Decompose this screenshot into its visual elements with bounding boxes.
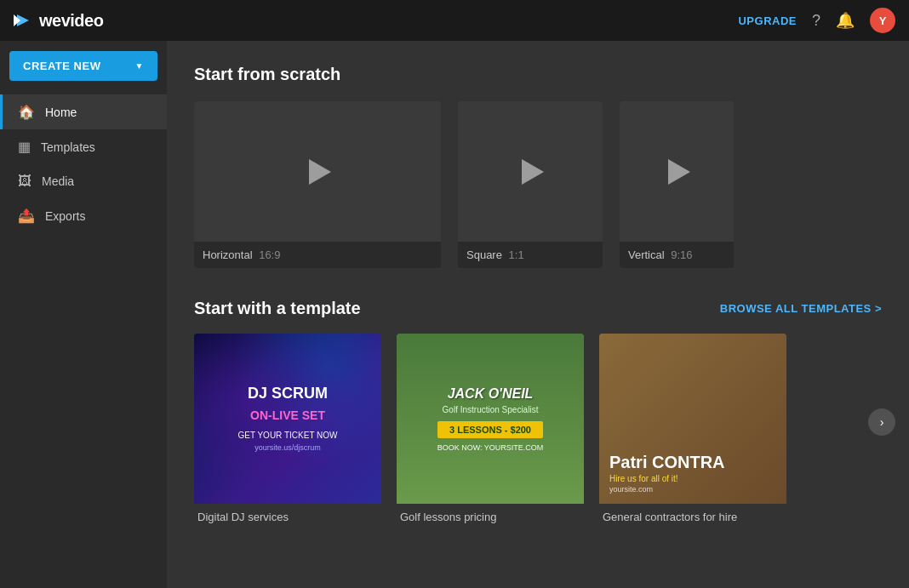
sidebar-item-media[interactable]: 🖼 Media: [0, 164, 167, 198]
golf-promo: 3 LESSONS - $200: [437, 421, 544, 438]
template-thumb-golf: JACK O'NEIL Golf Instruction Specialist …: [397, 334, 584, 504]
sidebar: CREATE NEW ▼ 🏠 Home ▦ Templates 🖼 Media …: [0, 41, 167, 588]
template-thumb-contractor: Patri CONTRA Hire us for all of it! your…: [599, 334, 786, 504]
scratch-thumb-vertical: [620, 101, 734, 242]
sidebar-item-label: Templates: [41, 140, 95, 154]
dj-cta: GET YOUR TICKET NOW: [237, 431, 337, 440]
contractor-url: yoursite.com: [609, 485, 653, 494]
navbar-right: UPGRADE ? 🔔 Y: [738, 8, 895, 33]
sidebar-item-label: Home: [45, 106, 77, 119]
media-icon: 🖼: [18, 174, 31, 189]
sidebar-nav: 🏠 Home ▦ Templates 🖼 Media 📤 Exports: [0, 94, 167, 233]
template-card-dj[interactable]: DJ SCRUM ON-LIVE SET GET YOUR TICKET NOW…: [194, 334, 381, 530]
dj-title: DJ SCRUM: [237, 385, 337, 402]
help-icon[interactable]: ?: [812, 12, 820, 30]
sidebar-item-templates[interactable]: ▦ Templates: [0, 129, 167, 164]
scratch-card-horizontal[interactable]: Horizontal 16:9: [194, 101, 441, 268]
scratch-label-horizontal: Horizontal 16:9: [194, 242, 441, 268]
contractor-name: Patri CONTRA: [609, 454, 725, 471]
scratch-label-vertical: Vertical 9:16: [620, 242, 734, 268]
logo-text: wevideo: [39, 11, 103, 31]
scratch-card-square[interactable]: Square 1:1: [458, 101, 603, 268]
contractor-cta: Hire us for all of it!: [609, 474, 678, 483]
template-section-title: Start with a template: [194, 299, 361, 318]
play-icon: [309, 159, 331, 185]
template-cards: DJ SCRUM ON-LIVE SET GET YOUR TICKET NOW…: [194, 334, 882, 530]
sidebar-item-label: Media: [42, 174, 74, 188]
dj-subtitle: ON-LIVE SET: [237, 408, 337, 422]
sidebar-item-exports[interactable]: 📤 Exports: [0, 198, 167, 233]
template-card-golf[interactable]: JACK O'NEIL Golf Instruction Specialist …: [397, 334, 584, 530]
notifications-icon[interactable]: 🔔: [836, 11, 855, 30]
app-body: CREATE NEW ▼ 🏠 Home ▦ Templates 🖼 Media …: [0, 41, 909, 588]
templates-icon: ▦: [18, 139, 31, 155]
sidebar-item-home[interactable]: 🏠 Home: [0, 94, 167, 129]
scratch-card-vertical[interactable]: Vertical 9:16: [620, 101, 734, 268]
navbar-left: wevideo: [14, 11, 103, 31]
scratch-thumb-horizontal: [194, 101, 441, 242]
scratch-thumb-square: [458, 101, 603, 242]
play-icon: [668, 159, 690, 185]
navbar: wevideo UPGRADE ? 🔔 Y: [0, 0, 909, 41]
golf-subtitle: Golf Instruction Specialist: [437, 405, 544, 414]
template-cards-wrapper: DJ SCRUM ON-LIVE SET GET YOUR TICKET NOW…: [194, 334, 882, 530]
chevron-down-icon: ▼: [135, 61, 144, 71]
browse-all-templates-button[interactable]: BROWSE ALL TEMPLATES >: [720, 302, 882, 315]
scratch-cards: Horizontal 16:9 Square 1:1: [194, 101, 882, 268]
upgrade-button[interactable]: UPGRADE: [738, 14, 797, 27]
create-new-button[interactable]: CREATE NEW ▼: [9, 51, 157, 81]
templates-header: Start with a template BROWSE ALL TEMPLAT…: [194, 299, 882, 318]
sidebar-item-label: Exports: [45, 209, 85, 223]
dj-url: yoursite.us/djscrum: [237, 443, 337, 452]
wevideo-logo-icon: [14, 11, 32, 30]
scratch-label-square: Square 1:1: [458, 242, 603, 268]
template-card-contractor[interactable]: Patri CONTRA Hire us for all of it! your…: [599, 334, 786, 530]
template-card-label-golf: Golf lessons pricing: [397, 504, 584, 530]
template-thumb-dj: DJ SCRUM ON-LIVE SET GET YOUR TICKET NOW…: [194, 334, 381, 504]
exports-icon: 📤: [18, 208, 35, 224]
main-content: Start from scratch Horizontal 16:9 Squar…: [167, 41, 909, 588]
scratch-section-title: Start from scratch: [194, 65, 882, 84]
golf-cta: BOOK NOW: YOURSITE.COM: [437, 443, 544, 452]
template-card-label-contractor: General contractors for hire: [599, 504, 786, 530]
golf-name: JACK O'NEIL: [437, 386, 544, 402]
avatar[interactable]: Y: [870, 8, 895, 33]
template-next-arrow[interactable]: ›: [868, 408, 895, 436]
play-icon: [522, 159, 544, 185]
home-icon: 🏠: [18, 104, 35, 120]
template-card-label-dj: Digital DJ services: [194, 504, 381, 530]
